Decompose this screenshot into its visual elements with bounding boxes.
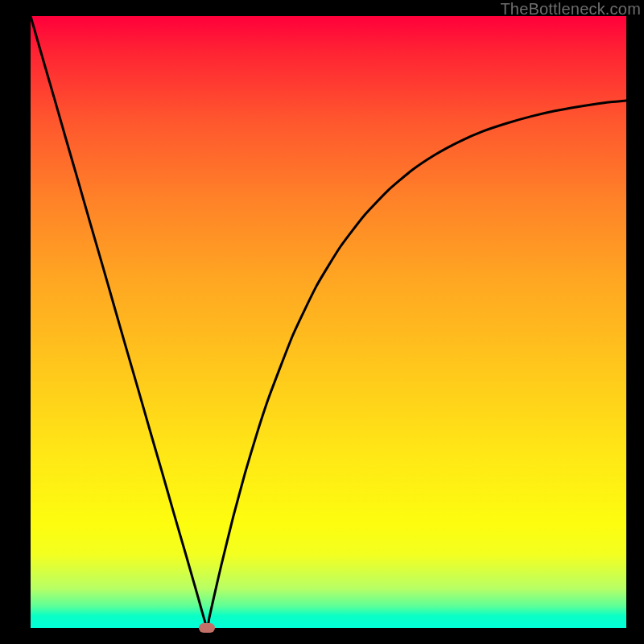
curve-minimum-marker — [199, 623, 215, 633]
chart-plotarea — [31, 16, 626, 628]
chart-frame — [31, 16, 626, 628]
